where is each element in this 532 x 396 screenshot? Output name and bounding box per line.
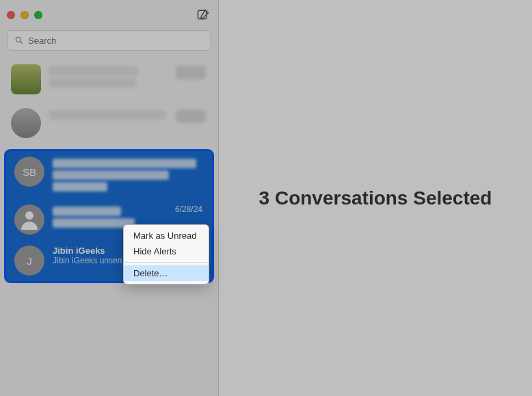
window-zoom-button[interactable] (34, 11, 42, 19)
svg-point-2 (25, 211, 34, 220)
redacted-text (49, 66, 138, 76)
person-icon (17, 207, 42, 232)
traffic-lights (7, 11, 42, 19)
svg-point-1 (16, 37, 21, 42)
redacted-date (176, 66, 206, 79)
redacted-text (53, 218, 135, 228)
menu-hide-alerts[interactable]: Hide Alerts (124, 243, 209, 259)
search-input[interactable] (28, 36, 204, 46)
search-icon (14, 36, 24, 45)
redacted-text (53, 182, 107, 192)
menu-mark-unread[interactable]: Mark as Unread (124, 228, 209, 243)
titlebar (0, 0, 218, 30)
context-menu: Mark as Unread Hide Alerts Delete… (123, 224, 209, 285)
window-close-button[interactable] (7, 11, 15, 19)
redacted-text (53, 207, 121, 216)
redacted-text (49, 78, 136, 88)
redacted-text (53, 159, 196, 168)
sidebar: SB (0, 0, 219, 396)
conversation-row[interactable] (1, 57, 217, 101)
avatar (11, 108, 41, 138)
conversation-pane: 3 Conversations Selected (219, 0, 532, 396)
conversation-date: 6/28/24 (175, 204, 202, 214)
selection-headline: 3 Conversations Selected (259, 187, 492, 209)
search-field[interactable] (7, 30, 211, 51)
redacted-text (53, 170, 169, 180)
menu-separator (124, 262, 209, 263)
compose-icon (196, 8, 210, 22)
conversation-row[interactable] (1, 101, 217, 145)
redacted-text (49, 110, 165, 120)
conversation-row[interactable]: SB (6, 151, 212, 199)
avatar-generic (14, 204, 44, 235)
window-minimize-button[interactable] (21, 11, 29, 19)
menu-delete[interactable]: Delete… (124, 265, 209, 281)
compose-button[interactable] (195, 7, 211, 23)
avatar (11, 64, 41, 94)
avatar-initials: SB (14, 157, 44, 187)
redacted-date (176, 109, 206, 123)
avatar-initials: J (14, 246, 44, 276)
